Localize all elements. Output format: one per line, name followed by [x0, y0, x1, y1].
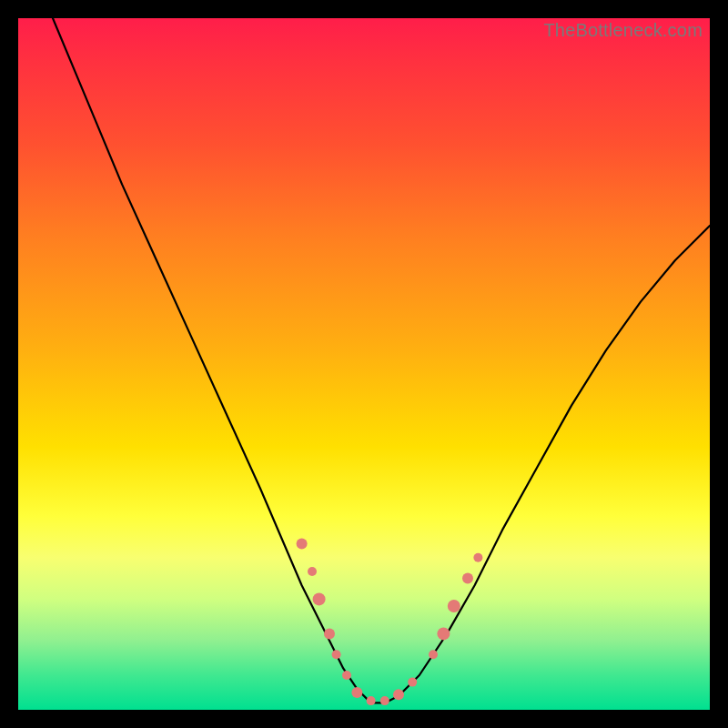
watermark-text: TheBottleneck.com	[543, 20, 703, 41]
bottleneck-curve	[18, 18, 710, 710]
curve-marker	[367, 696, 376, 705]
curve-marker	[332, 650, 341, 659]
curve-marker	[393, 689, 404, 700]
curve-marker	[324, 628, 335, 639]
curve-marker	[429, 650, 438, 659]
curve-marker	[437, 627, 450, 640]
curve-marker	[448, 600, 460, 612]
curve-marker	[462, 573, 473, 584]
curve-marker	[313, 592, 326, 605]
curve-marker	[351, 687, 362, 698]
curve-marker	[473, 553, 482, 562]
chart-frame: TheBottleneck.com	[0, 0, 728, 728]
curve-marker	[380, 696, 389, 705]
plot-area: TheBottleneck.com	[18, 18, 710, 710]
curve-marker	[408, 678, 417, 687]
curve-marker	[308, 567, 317, 576]
curve-marker	[297, 539, 308, 550]
curve-marker	[342, 671, 351, 680]
